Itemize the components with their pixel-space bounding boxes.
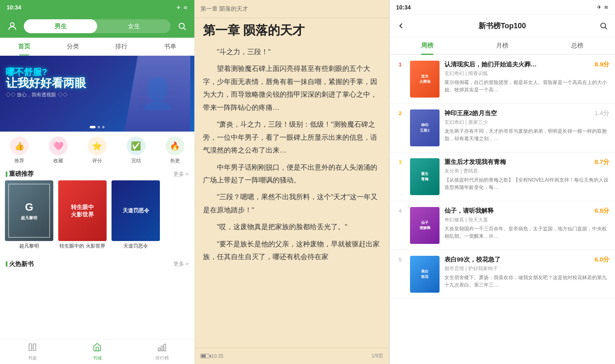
rank-desc-1: 莱尔很倒霉，自己的冒险团里，都是坏女人。冒险家是一个高高在上的大小姐。牧师其实是…: [444, 79, 609, 93]
rank-cover-img-4: 仙子请解释: [410, 207, 440, 244]
status-time-left: 10:34: [7, 4, 21, 11]
reader-p-4: "三段？嗯嗯，果然不出我所料，这个"天才"这一年又是在原地踏步！": [203, 191, 381, 216]
rank-tab-week[interactable]: 周榜: [390, 37, 465, 54]
r-airplane-icon: ✈: [597, 4, 601, 10]
back-button[interactable]: [394, 19, 408, 32]
rank-book-item-1[interactable]: 1 追夫火葬场 认清现实后，她们开始追夫火葬… 8.9分 玄幻奇幻 | 闻香识狐…: [390, 55, 615, 104]
nav-tab-category[interactable]: 分类: [49, 38, 98, 55]
bn-bookstore[interactable]: 书城: [65, 340, 130, 364]
book-cover-img-3: 天道罚恶令: [112, 180, 160, 241]
qa-rate-label: 评分: [92, 157, 102, 164]
qa-recommend-label: 推荐: [14, 157, 24, 164]
reader-text: "斗之力，三段！" 望着测验魔石碑上面闪亮得甚至有些刺眼的五个大字，少年面无表情…: [203, 46, 381, 264]
rank-num-4: 4: [395, 207, 405, 244]
book-cover-2: 转生眼中火影世界: [58, 180, 107, 241]
right-panel: 10:34 ✈ ≋ 新书榜Top100 周榜 月榜 总榜 1 追夫火葬场 认: [390, 0, 615, 364]
rank-cover-img-3: 重生青梅: [410, 158, 440, 195]
rank-score-5: 6.0分: [594, 256, 609, 264]
svg-line-2: [184, 28, 186, 30]
rank-book-item-3[interactable]: 3 重生青梅 重生后才发现我有青梅 8.7分 未分类 | 曹睛君 【从孩提时代开…: [390, 152, 615, 201]
rate-icon: ⭐: [88, 136, 107, 155]
rank-tab-month[interactable]: 月榜: [465, 37, 540, 54]
reader-breadcrumb: 第一章 陨落的天才: [200, 5, 248, 13]
reader-content[interactable]: 第一章 陨落的天才 "斗之力，三段！" 望着测验魔石碑上面闪亮得甚至有些刺眼的五…: [195, 18, 389, 348]
reader-p-6: "要不是族长是他的父亲，这种废物，早就被驱赶出家族，任其自生自灭了，哪还有机会待…: [203, 238, 381, 264]
qa-finished[interactable]: ✅ 完结: [127, 136, 146, 164]
book-item-1[interactable]: G 超凡黎明 超凡黎明: [5, 180, 53, 250]
rank-book-item-5[interactable]: 5 表白校花 表白99次，校花急了 6.0分 都市言情 | 护好我家狗子 女生宿…: [390, 250, 615, 299]
airplane-icon: ✈: [176, 5, 181, 11]
search-button-right[interactable]: [597, 19, 610, 32]
qa-recommend[interactable]: 👍 推荐: [10, 136, 29, 164]
svg-line-9: [605, 27, 607, 29]
rank-cover-4: 仙子请解释: [410, 207, 440, 244]
rank-book-info-3: 重生后才发现我有青梅 8.7分 未分类 | 曹睛君 【从孩提时代开始的青梅之歌】…: [444, 158, 609, 195]
rank-cover-img-1: 追夫火葬场: [410, 61, 440, 98]
rank-score-4: 6.8分: [594, 207, 609, 215]
rank-book-name-1: 认清现实后，她们开始追夫火葬… 8.9分: [444, 61, 609, 68]
rank-cover-3: 重生青梅: [410, 158, 440, 195]
recommend-icon: 👍: [10, 136, 29, 155]
rank-nav-tabs: 周榜 月榜 总榜: [390, 37, 615, 55]
rank-num-1: 1: [395, 61, 405, 98]
nav-tab-home[interactable]: 首页: [0, 38, 49, 55]
nav-tab-booklist[interactable]: 书单: [146, 38, 195, 55]
gender-tab-male[interactable]: 男生: [24, 19, 97, 33]
rank-desc-4: 大炎皇朝国祚一千三百余年。皇帝病危，太子监国，地方仙门盘踞，中央权相乱朝。一觉醒…: [444, 225, 609, 240]
rank-icon: [157, 343, 166, 354]
qa-hot[interactable]: 🔥 热更: [166, 136, 184, 164]
bn-rank[interactable]: 排行榜: [130, 340, 194, 364]
main-nav-tabs: 首页 分类 排行 书单: [0, 38, 194, 56]
featured-more-link[interactable]: 更多 >: [173, 171, 189, 178]
status-time-right: 10:34: [396, 4, 411, 11]
rank-book-item-2[interactable]: 2 神印王座2 神印王座2皓月当空 1.4分 玄幻奇幻 | 唐家三少 龙生两子亦…: [390, 104, 615, 152]
gender-tab-female[interactable]: 女生: [97, 19, 171, 33]
rank-tab-total[interactable]: 总榜: [540, 37, 615, 54]
rank-book-name-5: 表白99次，校花急了 6.0分: [444, 256, 609, 264]
quick-actions: 👍 推荐 🩷 收藏 ⭐ 评分 ✅ 完结 🔥 热更: [0, 132, 194, 168]
rank-book-info-2: 神印王座2皓月当空 1.4分 玄幻奇幻 | 唐家三少 龙生两子亦有不同，天才的哥…: [444, 109, 609, 146]
collect-icon: 🩷: [49, 136, 68, 155]
rank-meta-1: 玄幻奇幻 | 闻香识狐: [444, 70, 609, 77]
wifi-icon: ≋: [183, 5, 188, 11]
hot-more-link[interactable]: 更多 >: [173, 260, 189, 268]
user-profile-button[interactable]: [5, 19, 20, 34]
rank-cover-2: 神印王座2: [410, 109, 440, 146]
nav-tab-rank[interactable]: 排行: [97, 38, 146, 55]
qa-finished-label: 完结: [131, 157, 141, 164]
rank-score-1: 8.9分: [594, 61, 609, 68]
svg-rect-4: [33, 344, 36, 351]
hot-title: 火热新书: [6, 260, 34, 268]
bottom-nav: 书架 书城 排行榜: [0, 339, 194, 364]
featured-book-list: G 超凡黎明 超凡黎明 转生眼中火影世界 转生眼中的 火影世界 天道罚恶令 天道…: [0, 180, 194, 253]
rank-meta-3: 未分类 | 曹睛君: [444, 168, 609, 175]
dot-1: [90, 126, 96, 128]
featured-section-header: 重磅推荐 更多 >: [0, 168, 194, 180]
qa-collect[interactable]: 🩷 收藏: [49, 136, 68, 164]
bn-bookshelf[interactable]: 书架: [0, 340, 65, 364]
book-item-3[interactable]: 天道罚恶令 天道罚恶令: [112, 180, 160, 250]
book-dot-2: [98, 253, 100, 255]
book-cover-img-2: 转生眼中火影世界: [58, 180, 107, 241]
book-dot-1: [90, 253, 96, 255]
dot-3: [102, 126, 105, 128]
reader-footer: 10:35 1/9页: [195, 348, 389, 364]
rank-desc-3: 【从孩提时代开始的青梅之歌】【全程NOVELAI作画支持！每位主角的人设造型将随…: [444, 176, 609, 191]
reader-p-0: "斗之力，三段！": [203, 46, 381, 58]
book-title-2: 转生眼中的 火影世界: [59, 243, 105, 250]
svg-rect-3: [29, 344, 32, 351]
status-bar-left: 10:34 ✈ ≋: [0, 0, 194, 15]
status-icons-left: ✈ ≋: [176, 5, 188, 11]
banner-text: 哪不舒服?让我好好看两眼 ◇◇ 放心，我有透视眼 ◇◇: [6, 67, 86, 98]
rank-meta-4: 奇幻修真 | 弥天大厦: [444, 216, 609, 223]
reader-time: 10:35: [211, 353, 223, 359]
book-item-2[interactable]: 转生眼中火影世界 转生眼中的 火影世界: [58, 180, 107, 250]
page-title-right: 新书榜Top100: [412, 21, 593, 31]
rank-book-item-4[interactable]: 4 仙子请解释 仙子，请听我解释 6.8分 奇幻修真 | 弥天大厦 大炎皇朝国祚…: [390, 201, 615, 250]
promo-banner[interactable]: 哪不舒服?让我好好看两眼 ◇◇ 放心，我有透视眼 ◇◇ 👤: [0, 56, 194, 132]
rank-num-2: 2: [395, 109, 405, 146]
search-button-left[interactable]: [175, 19, 189, 34]
bookshelf-icon: [28, 343, 37, 354]
book-list-dots: [0, 253, 194, 258]
qa-rate[interactable]: ⭐ 评分: [88, 136, 107, 164]
